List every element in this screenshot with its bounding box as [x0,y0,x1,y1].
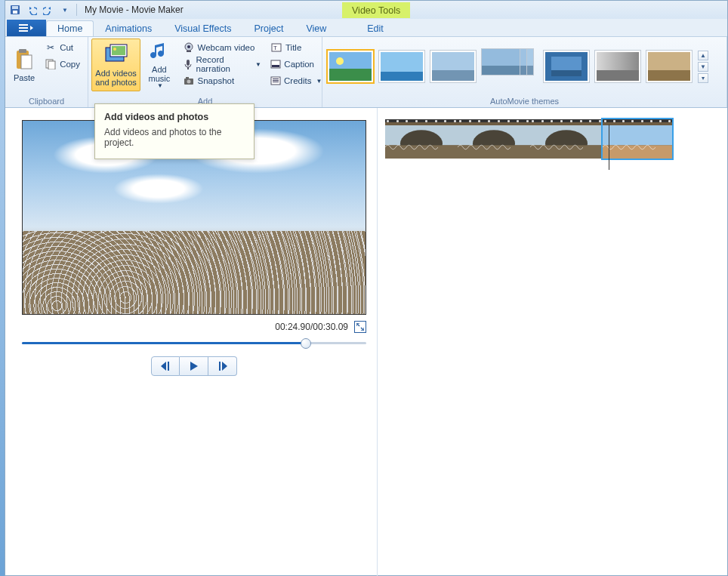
play-button[interactable] [180,356,208,376]
svg-rect-29 [273,80,279,81]
playhead[interactable] [609,125,609,170]
group-add: Add videos and photos Add music▼ Webcam … [88,37,322,107]
timeline-clip[interactable] [603,119,672,159]
svg-rect-3 [19,24,28,26]
paste-label: Paste [14,73,35,82]
title-icon: T [270,42,282,54]
theme-3[interactable] [430,50,477,83]
svg-rect-26 [272,65,279,67]
save-icon[interactable] [8,3,22,17]
svg-rect-35 [381,72,423,81]
tab-view[interactable]: View [295,20,338,36]
theme-sepia[interactable] [646,50,693,83]
add-videos-icon [104,43,128,67]
svg-rect-43 [482,66,520,75]
add-music-button[interactable]: Add music▼ [140,39,177,91]
caption-button[interactable]: Caption [269,57,316,72]
tab-visual-effects[interactable]: Visual Effects [163,20,242,36]
svg-rect-2 [13,11,17,14]
playback-controls [22,356,366,376]
group-clipboard: Paste ✂Cut Copy Clipboard [5,37,88,107]
fullscreen-button[interactable] [354,321,366,333]
mic-icon [183,58,193,70]
svg-rect-22 [186,77,189,79]
add-videos-photos-button[interactable]: Add videos and photos [91,39,140,91]
ribbon-tabs: Home Animations Visual Effects Project V… [5,19,727,37]
undo-icon[interactable] [25,3,39,17]
theme-gallery-controls: ▲ ▼ ▾ [697,51,709,83]
svg-rect-51 [168,362,169,371]
svg-rect-13 [112,46,125,55]
svg-rect-32 [329,69,372,81]
svg-rect-28 [273,79,279,79]
prev-frame-button[interactable] [151,356,180,376]
paste-button[interactable]: Paste [8,39,40,91]
context-tab-video-tools[interactable]: Video Tools [342,2,410,18]
theme-scroll-up[interactable]: ▲ [698,51,708,60]
record-narration-button[interactable]: Record narration▼ [181,57,263,72]
window-title: My Movie - Movie Maker [85,5,184,15]
cut-button[interactable]: ✂Cut [43,40,82,55]
group-automovie-themes: ▲ ▼ ▾ AutoMovie themes [322,37,727,107]
svg-rect-17 [187,51,191,52]
tab-home[interactable]: Home [46,20,94,36]
theme-expand[interactable]: ▾ [698,73,708,83]
svg-point-21 [187,80,190,84]
quick-access-toolbar: ▼ [8,3,72,17]
tab-animations[interactable]: Animations [94,20,163,36]
theme-scroll-down[interactable]: ▼ [698,62,708,72]
tab-edit[interactable]: Edit [356,20,395,36]
preview-pane: 00:24.90/00:30.09 [5,108,377,576]
webcam-button[interactable]: Webcam video [181,40,263,55]
ribbon: Paste ✂Cut Copy Clipboard Add videos and… [5,37,727,108]
app-window: ▼ My Movie - Movie Maker Video Tools Hom… [5,0,728,576]
theme-default[interactable] [327,50,374,83]
theme-2[interactable] [378,50,425,83]
paste-icon [12,48,36,72]
qat-dropdown-icon[interactable]: ▼ [58,3,72,17]
redo-icon[interactable] [42,3,55,17]
svg-rect-5 [19,30,28,32]
credits-button[interactable]: Credits▼ [269,73,316,88]
webcam-icon [183,42,195,54]
svg-rect-30 [273,82,279,82]
svg-rect-4 [19,27,28,29]
svg-rect-48 [597,70,639,81]
cut-icon: ✂ [45,42,57,54]
next-frame-button[interactable] [208,356,237,376]
theme-fade[interactable] [594,50,641,83]
camera-icon [183,75,195,87]
tab-project[interactable]: Project [242,20,295,36]
svg-rect-52 [219,362,221,371]
svg-rect-1 [12,6,18,9]
svg-rect-19 [187,67,189,69]
timeline-pane[interactable] [377,108,727,576]
timeline-clip[interactable] [385,119,458,159]
add-videos-label: Add videos and photos [95,69,136,87]
svg-point-14 [113,48,116,51]
theme-cinematic[interactable] [543,50,590,83]
svg-rect-8 [21,55,32,69]
svg-rect-46 [551,70,581,76]
seek-thumb[interactable] [301,338,311,349]
music-icon [147,40,171,63]
group-themes-label: AutoMovie themes [322,96,726,107]
svg-rect-50 [648,70,690,81]
file-menu[interactable] [7,20,46,36]
snapshot-button[interactable]: Snapshot [181,73,263,88]
svg-rect-18 [187,60,190,66]
svg-point-33 [336,57,344,65]
title-button[interactable]: TTitle [269,40,316,55]
tooltip-title: Add videos and photos [104,112,245,122]
seek-bar[interactable] [22,342,366,344]
timeline-clip[interactable] [530,119,603,159]
add-music-label: Add music [148,65,170,83]
credits-icon [270,75,281,87]
theme-contemporary[interactable] [481,48,538,85]
timeline-clip[interactable] [458,119,530,159]
copy-button[interactable]: Copy [43,57,82,72]
titlebar: ▼ My Movie - Movie Maker Video Tools [5,1,727,19]
svg-rect-7 [19,49,26,53]
timeline-track[interactable] [385,119,720,159]
svg-rect-37 [432,70,474,81]
